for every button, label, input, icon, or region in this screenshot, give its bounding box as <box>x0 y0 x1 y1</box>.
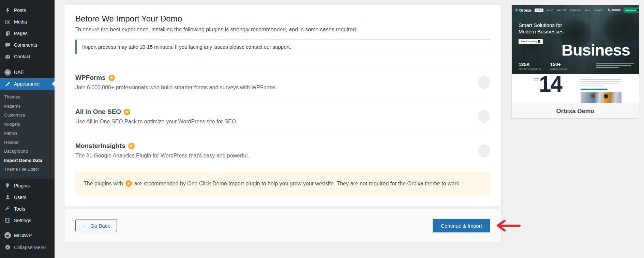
sidebar-item-pages[interactable]: Pages <box>0 28 55 39</box>
stat-awards: 150+ AWARDS WINNING <box>550 62 567 70</box>
sidebar-item-media[interactable]: Media <box>0 16 55 28</box>
action-footer: ← Go Back Continue & Import <box>64 209 501 242</box>
settings-icon <box>4 217 11 224</box>
page-title: Before We Import Your Demo <box>75 14 490 24</box>
sidebar-item-posts[interactable]: Posts <box>0 4 55 16</box>
sidebar-item-label: Users <box>14 195 27 200</box>
preview-section-photo <box>581 92 621 103</box>
submenu-item-background[interactable]: Background <box>0 147 55 156</box>
preview-section-number: 14 <box>539 74 562 97</box>
submenu-item-patterns[interactable]: Patterns <box>0 102 55 111</box>
stat-projects: 125K PROJECTS COMPLETED <box>519 62 541 70</box>
recommend-note-prefix: The plugins with <box>84 181 123 187</box>
free-consulting-label: Free Consulting <box>521 40 537 43</box>
submenu-item-menus[interactable]: Menus <box>0 129 55 138</box>
sidebar-item-label: UAE <box>14 70 24 75</box>
plugin-toggle-monsterinsights[interactable] <box>478 145 490 157</box>
submenu-item-header[interactable]: Header <box>0 138 55 147</box>
sidebar-item-collapse-menu[interactable]: Collapse Menu <box>0 242 55 253</box>
go-back-button[interactable]: ← Go Back <box>75 219 117 232</box>
uae-logo-icon: U≡ <box>4 69 11 76</box>
sidebar-item-label: Collapse Menu <box>14 245 46 250</box>
sidebar-item-users[interactable]: Users <box>0 192 55 203</box>
preview-headline: Smart Solutions for Modern Businesses <box>519 22 565 35</box>
leaf-icon <box>514 8 519 12</box>
preview-nav-contact: CONTACT <box>593 9 604 12</box>
preview-big-word: Business <box>561 41 630 59</box>
mc4wp-logo-icon: m <box>4 232 11 239</box>
sidebar-item-mc4wp[interactable]: m MC4WP <box>0 230 55 241</box>
sidebar-item-settings[interactable]: Settings <box>0 215 55 226</box>
go-back-label: Go Back <box>90 223 110 229</box>
submenu-item-customize[interactable]: Customize <box>0 111 55 120</box>
sidebar-item-label: Settings <box>14 218 31 223</box>
sidebar-item-tools[interactable]: Tools <box>0 203 55 215</box>
star-icon <box>108 75 115 81</box>
recommend-note: The plugins with are recommended by One … <box>75 172 490 195</box>
submenu-item-widgets[interactable]: Widgets <box>0 120 55 129</box>
import-demo-card: Before We Import Your Demo To ensure the… <box>64 5 501 207</box>
brush-icon <box>4 80 11 87</box>
sidebar-item-label: Pages <box>14 31 28 36</box>
pin-icon <box>4 7 11 14</box>
plugin-info: WPForms Join 6,000,000+ professionals wh… <box>75 74 277 91</box>
preview-free-consulting-button: Free Consulting → <box>519 39 543 44</box>
collapse-icon <box>4 244 11 251</box>
preview-nav-about: ABOUT <box>545 9 554 12</box>
plugin-info: All in One SEO Use All in One SEO Pack t… <box>75 108 237 125</box>
plug-icon <box>4 182 11 189</box>
preview-get-started-button: Get Started › <box>624 7 639 13</box>
plugin-row-all-in-one-seo: All in One SEO Use All in One SEO Pack t… <box>75 99 490 133</box>
plugin-name: MonsterInsights <box>75 142 125 150</box>
preview-logo: Orbixa <box>515 8 531 12</box>
green-link-placeholder <box>581 89 607 90</box>
plugin-name: WPForms <box>75 74 106 81</box>
sidebar-item-label: Media <box>14 19 27 25</box>
preview-paragraph-placeholder <box>596 62 634 69</box>
recommend-note-suffix: are recommended by One Click Demo Import… <box>134 181 461 187</box>
plugin-description: Use All in One SEO Pack to optimize your… <box>75 119 237 125</box>
sidebar-item-appearance[interactable]: Appearance <box>0 78 55 90</box>
sidebar-item-label: Tools <box>14 206 25 212</box>
micro-text-placeholder <box>534 78 539 81</box>
sidebar-item-label: Comments <box>14 42 37 48</box>
demo-name-bar: Orbixa Demo <box>512 103 639 119</box>
plugin-description: Join 6,000,000+ professionals who build … <box>75 85 277 91</box>
continue-import-button[interactable]: Continue & Import <box>433 219 490 232</box>
media-icon <box>4 18 11 25</box>
submenu-item-import-demo-data[interactable]: Import Demo Data <box>0 156 55 165</box>
submenu-item-themes[interactable]: Themes <box>0 93 55 102</box>
sidebar-item-contact[interactable]: Contact <box>0 51 55 62</box>
sidebar-item-comments[interactable]: Comments <box>0 39 55 51</box>
arrow-square-icon: › <box>637 9 639 11</box>
admin-sidebar: Posts Media Pages Comments Contact U≡ UA… <box>0 0 55 258</box>
stat-value: 125K <box>519 62 541 67</box>
import-time-notice: Import process may take 10-15 minutes. I… <box>75 40 490 54</box>
preview-nav-items: HOME ABOUT SERVICES PORTFOLIO BLOG CONTA… <box>535 9 604 12</box>
comment-icon <box>4 42 11 48</box>
sidebar-item-label: Appearance <box>14 81 40 87</box>
wrench-icon <box>4 206 11 212</box>
sidebar-item-label: Contact <box>14 54 30 59</box>
sidebar-item-label: MC4WP <box>14 233 32 238</box>
plugin-row-wpforms: WPForms Join 6,000,000+ professionals wh… <box>75 65 490 99</box>
preview-nav-blog: BLOG <box>584 9 591 12</box>
sidebar-item-plugins[interactable]: Plugins <box>0 180 55 192</box>
appearance-submenu: Themes Patterns Customize Widgets Menus … <box>0 90 55 179</box>
sidebar-item-label: Posts <box>14 7 26 13</box>
get-started-label: Get Started <box>626 9 636 11</box>
sidebar-item-label: Plugins <box>14 183 30 188</box>
plugin-toggle-wpforms[interactable] <box>478 76 490 89</box>
plugin-toggle-all-in-one-seo[interactable] <box>478 110 490 123</box>
submenu-item-theme-file-editor[interactable]: Theme File Editor <box>0 165 55 174</box>
star-icon <box>125 180 132 187</box>
phone-icon <box>608 9 611 12</box>
plugin-row-monsterinsights: MonsterInsights The #1 Google Analytics … <box>75 133 490 167</box>
preview-nav-services: SERVICES <box>556 9 567 12</box>
star-icon <box>128 143 135 149</box>
sidebar-item-uae[interactable]: U≡ UAE <box>0 66 55 78</box>
star-icon <box>124 109 130 115</box>
red-annotation-arrow-icon <box>494 219 521 233</box>
preview-section-text <box>581 78 621 103</box>
demo-preview-hero-image: Orbixa HOME ABOUT SERVICES PORTFOLIO BLO… <box>512 5 639 74</box>
